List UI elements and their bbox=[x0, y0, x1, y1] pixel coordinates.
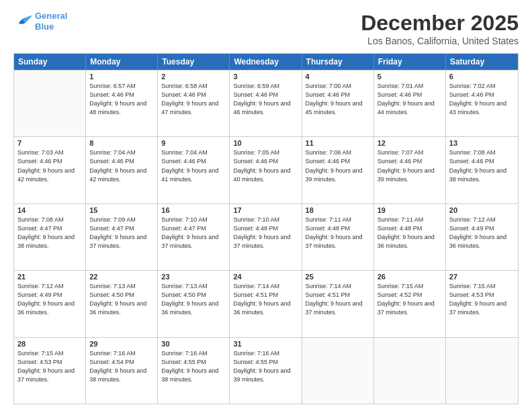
calendar-cell: 20Sunrise: 7:12 AMSunset: 4:49 PMDayligh… bbox=[446, 204, 518, 270]
day-number: 22 bbox=[89, 273, 154, 281]
day-number: 18 bbox=[306, 206, 370, 214]
logo-text: General Blue bbox=[35, 11, 67, 32]
day-info: Sunrise: 7:02 AMSunset: 4:46 PMDaylight:… bbox=[449, 82, 515, 117]
day-number: 6 bbox=[449, 73, 515, 81]
day-info: Sunrise: 7:03 AMSunset: 4:46 PMDaylight:… bbox=[17, 148, 82, 183]
day-number: 13 bbox=[449, 139, 515, 147]
logo: General Blue bbox=[13, 11, 67, 32]
calendar-cell: 19Sunrise: 7:11 AMSunset: 4:48 PMDayligh… bbox=[374, 204, 446, 270]
calendar-cell: 23Sunrise: 7:13 AMSunset: 4:50 PMDayligh… bbox=[158, 271, 230, 336]
day-number: 25 bbox=[306, 273, 370, 281]
page-subtitle: Los Banos, California, United States bbox=[361, 36, 519, 46]
day-info: Sunrise: 7:00 AMSunset: 4:46 PMDaylight:… bbox=[306, 82, 370, 117]
logo-bird-icon bbox=[13, 14, 32, 29]
day-number: 8 bbox=[89, 139, 154, 147]
day-number: 12 bbox=[378, 139, 442, 147]
calendar-cell: 7Sunrise: 7:03 AMSunset: 4:46 PMDaylight… bbox=[14, 137, 86, 203]
day-number: 19 bbox=[378, 206, 442, 214]
day-info: Sunrise: 7:15 AMSunset: 4:52 PMDaylight:… bbox=[378, 282, 442, 317]
day-number: 29 bbox=[89, 340, 154, 348]
day-number: 17 bbox=[233, 206, 298, 214]
calendar-header-cell: Saturday bbox=[446, 54, 518, 70]
day-info: Sunrise: 7:13 AMSunset: 4:50 PMDaylight:… bbox=[161, 282, 226, 317]
day-number: 3 bbox=[233, 73, 298, 81]
calendar-cell: 4Sunrise: 7:00 AMSunset: 4:46 PMDaylight… bbox=[302, 71, 374, 136]
calendar-cell: 25Sunrise: 7:14 AMSunset: 4:51 PMDayligh… bbox=[302, 271, 374, 336]
day-info: Sunrise: 7:11 AMSunset: 4:48 PMDaylight:… bbox=[306, 216, 370, 250]
day-number: 30 bbox=[161, 340, 226, 348]
calendar-cell: 22Sunrise: 7:13 AMSunset: 4:50 PMDayligh… bbox=[86, 271, 158, 336]
calendar-cell: 17Sunrise: 7:10 AMSunset: 4:48 PMDayligh… bbox=[230, 204, 302, 270]
calendar-header-cell: Tuesday bbox=[158, 54, 230, 70]
calendar-cell: 26Sunrise: 7:15 AMSunset: 4:52 PMDayligh… bbox=[374, 271, 446, 336]
calendar-body: 1Sunrise: 6:57 AMSunset: 4:46 PMDaylight… bbox=[14, 70, 518, 404]
day-number: 7 bbox=[17, 139, 82, 147]
calendar-cell: 5Sunrise: 7:01 AMSunset: 4:46 PMDaylight… bbox=[374, 71, 446, 136]
calendar-header-cell: Friday bbox=[374, 54, 446, 70]
day-info: Sunrise: 7:10 AMSunset: 4:47 PMDaylight:… bbox=[161, 216, 226, 250]
day-info: Sunrise: 7:16 AMSunset: 4:55 PMDaylight:… bbox=[161, 349, 226, 384]
day-info: Sunrise: 7:04 AMSunset: 4:46 PMDaylight:… bbox=[161, 148, 226, 183]
calendar-cell: 9Sunrise: 7:04 AMSunset: 4:46 PMDaylight… bbox=[158, 137, 230, 203]
calendar-week-row: 21Sunrise: 7:12 AMSunset: 4:49 PMDayligh… bbox=[14, 270, 518, 336]
day-number: 9 bbox=[161, 139, 226, 147]
day-number: 21 bbox=[17, 273, 82, 281]
calendar-cell bbox=[302, 338, 374, 404]
calendar-week-row: 1Sunrise: 6:57 AMSunset: 4:46 PMDaylight… bbox=[14, 70, 518, 136]
day-info: Sunrise: 7:11 AMSunset: 4:48 PMDaylight:… bbox=[378, 216, 442, 250]
day-number: 16 bbox=[161, 206, 226, 214]
day-number: 5 bbox=[378, 73, 442, 81]
day-info: Sunrise: 7:14 AMSunset: 4:51 PMDaylight:… bbox=[306, 282, 370, 317]
calendar-cell: 31Sunrise: 7:16 AMSunset: 4:55 PMDayligh… bbox=[230, 338, 302, 404]
page: General Blue December 2025 Los Banos, Ca… bbox=[0, 0, 532, 411]
calendar-cell: 12Sunrise: 7:07 AMSunset: 4:46 PMDayligh… bbox=[374, 137, 446, 203]
day-info: Sunrise: 7:16 AMSunset: 4:54 PMDaylight:… bbox=[89, 349, 154, 384]
day-info: Sunrise: 7:10 AMSunset: 4:48 PMDaylight:… bbox=[233, 216, 298, 250]
day-number: 2 bbox=[161, 73, 226, 81]
page-title: December 2025 bbox=[361, 11, 519, 36]
day-info: Sunrise: 7:13 AMSunset: 4:50 PMDaylight:… bbox=[89, 282, 154, 317]
calendar-week-row: 14Sunrise: 7:08 AMSunset: 4:47 PMDayligh… bbox=[14, 203, 518, 270]
calendar-cell: 3Sunrise: 6:59 AMSunset: 4:46 PMDaylight… bbox=[230, 71, 302, 136]
day-info: Sunrise: 6:58 AMSunset: 4:46 PMDaylight:… bbox=[161, 82, 226, 117]
day-number: 15 bbox=[89, 206, 154, 214]
calendar-cell: 13Sunrise: 7:08 AMSunset: 4:46 PMDayligh… bbox=[446, 137, 518, 203]
day-info: Sunrise: 7:15 AMSunset: 4:53 PMDaylight:… bbox=[17, 349, 82, 384]
day-number: 4 bbox=[306, 73, 370, 81]
calendar-cell: 15Sunrise: 7:09 AMSunset: 4:47 PMDayligh… bbox=[86, 204, 158, 270]
calendar-cell: 30Sunrise: 7:16 AMSunset: 4:55 PMDayligh… bbox=[158, 338, 230, 404]
day-number: 28 bbox=[17, 340, 82, 348]
calendar-cell: 21Sunrise: 7:12 AMSunset: 4:49 PMDayligh… bbox=[14, 271, 86, 336]
day-number: 26 bbox=[378, 273, 442, 281]
day-info: Sunrise: 7:07 AMSunset: 4:46 PMDaylight:… bbox=[378, 148, 442, 183]
day-number: 24 bbox=[233, 273, 298, 281]
calendar-cell: 28Sunrise: 7:15 AMSunset: 4:53 PMDayligh… bbox=[14, 338, 86, 404]
day-info: Sunrise: 6:59 AMSunset: 4:46 PMDaylight:… bbox=[233, 82, 298, 117]
calendar-header-cell: Monday bbox=[86, 54, 158, 70]
calendar-cell: 29Sunrise: 7:16 AMSunset: 4:54 PMDayligh… bbox=[86, 338, 158, 404]
calendar-cell: 14Sunrise: 7:08 AMSunset: 4:47 PMDayligh… bbox=[14, 204, 86, 270]
title-area: December 2025 Los Banos, California, Uni… bbox=[361, 11, 519, 46]
day-number: 14 bbox=[17, 206, 82, 214]
calendar-header-cell: Thursday bbox=[302, 54, 374, 70]
calendar-cell bbox=[14, 71, 86, 136]
calendar-week-row: 28Sunrise: 7:15 AMSunset: 4:53 PMDayligh… bbox=[14, 337, 518, 404]
day-info: Sunrise: 7:15 AMSunset: 4:53 PMDaylight:… bbox=[449, 282, 515, 317]
day-info: Sunrise: 7:05 AMSunset: 4:46 PMDaylight:… bbox=[233, 148, 298, 183]
day-info: Sunrise: 7:06 AMSunset: 4:46 PMDaylight:… bbox=[306, 148, 370, 183]
day-info: Sunrise: 7:14 AMSunset: 4:51 PMDaylight:… bbox=[233, 282, 298, 317]
day-number: 11 bbox=[306, 139, 370, 147]
day-number: 1 bbox=[89, 73, 154, 81]
header: General Blue December 2025 Los Banos, Ca… bbox=[13, 11, 519, 46]
day-number: 31 bbox=[233, 340, 298, 348]
calendar-cell: 1Sunrise: 6:57 AMSunset: 4:46 PMDaylight… bbox=[86, 71, 158, 136]
calendar-cell bbox=[374, 338, 446, 404]
calendar-cell: 11Sunrise: 7:06 AMSunset: 4:46 PMDayligh… bbox=[302, 137, 374, 203]
day-info: Sunrise: 7:08 AMSunset: 4:47 PMDaylight:… bbox=[17, 216, 82, 250]
day-info: Sunrise: 7:08 AMSunset: 4:46 PMDaylight:… bbox=[449, 148, 515, 183]
calendar-cell: 6Sunrise: 7:02 AMSunset: 4:46 PMDaylight… bbox=[446, 71, 518, 136]
day-info: Sunrise: 7:01 AMSunset: 4:46 PMDaylight:… bbox=[378, 82, 442, 117]
calendar-header-cell: Sunday bbox=[14, 54, 86, 70]
calendar-cell: 24Sunrise: 7:14 AMSunset: 4:51 PMDayligh… bbox=[230, 271, 302, 336]
calendar-header-row: SundayMondayTuesdayWednesdayThursdayFrid… bbox=[14, 54, 518, 70]
